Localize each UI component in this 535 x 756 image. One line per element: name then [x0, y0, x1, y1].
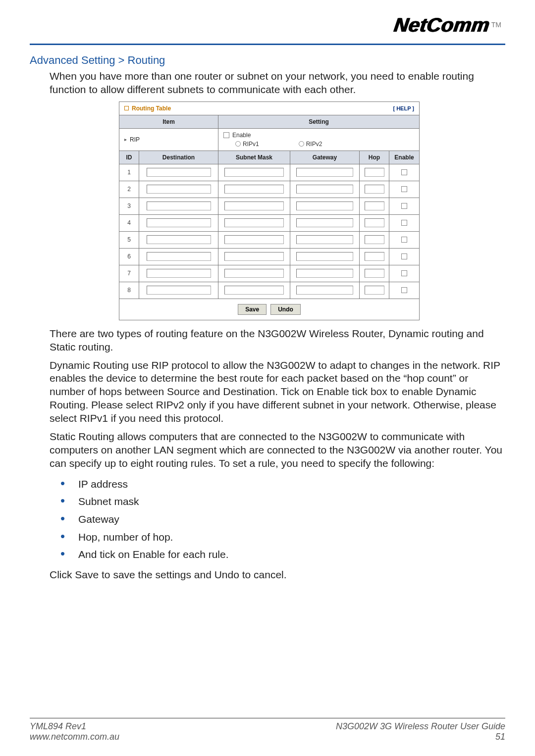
- table-row: 5: [119, 232, 419, 249]
- col-id: ID: [119, 151, 139, 164]
- col-hop: Hop: [360, 151, 389, 164]
- ripv1-radio[interactable]: [235, 141, 241, 147]
- table-row: 2: [119, 181, 419, 198]
- row-enable-checkbox[interactable]: [401, 220, 407, 226]
- subnet-mask-input[interactable]: [224, 185, 284, 194]
- section-title: Advanced Setting > Routing: [30, 54, 505, 67]
- gateway-input[interactable]: [296, 235, 353, 244]
- hop-input[interactable]: [365, 252, 384, 261]
- row-enable-checkbox[interactable]: [401, 186, 407, 192]
- row-enable-checkbox[interactable]: [401, 287, 407, 293]
- table-row: 1: [119, 164, 419, 181]
- rip-label: RIP: [130, 136, 140, 143]
- gateway-input[interactable]: [296, 168, 353, 177]
- footer-page: 51: [336, 732, 505, 742]
- col-gw: Gateway: [290, 151, 360, 164]
- col-en: Enable: [389, 151, 419, 164]
- footer: YML894 Rev1 www.netcomm.com.au N3G002W 3…: [30, 718, 505, 742]
- gateway-input[interactable]: [296, 269, 353, 278]
- row-id: 3: [119, 198, 139, 214]
- row-id: 2: [119, 181, 139, 198]
- para-static: Static Routing allows computers that are…: [50, 430, 505, 470]
- row-enable-checkbox[interactable]: [401, 270, 407, 276]
- undo-button[interactable]: Undo: [270, 304, 301, 315]
- routing-table-panel: Routing Table [ HELP ] Item Setting ▸ RI…: [119, 101, 420, 320]
- row-id: 8: [119, 282, 139, 299]
- rip-enable-label: Enable: [232, 132, 251, 139]
- rip-marker-icon: ▸: [124, 137, 127, 142]
- brand-logo: NetComm TM: [30, 10, 505, 40]
- destination-input[interactable]: [147, 218, 211, 227]
- gateway-input[interactable]: [296, 286, 353, 295]
- col-dest: Destination: [139, 151, 218, 164]
- destination-input[interactable]: [147, 202, 211, 210]
- subnet-mask-input[interactable]: [224, 269, 284, 278]
- table-row: 7: [119, 265, 419, 282]
- header-rule: [30, 44, 505, 45]
- para-two-types: There are two types of routing feature o…: [50, 327, 505, 354]
- row-enable-checkbox[interactable]: [401, 237, 407, 243]
- footer-url: www.netcomm.com.au: [30, 732, 119, 742]
- row-enable-checkbox[interactable]: [401, 169, 407, 175]
- destination-input[interactable]: [147, 235, 211, 244]
- row-id: 4: [119, 215, 139, 231]
- rip-enable-checkbox[interactable]: [223, 132, 229, 138]
- list-item: IP address: [60, 475, 505, 493]
- destination-input[interactable]: [147, 286, 211, 295]
- destination-input[interactable]: [147, 252, 211, 261]
- destination-input[interactable]: [147, 168, 211, 177]
- ripv2-radio[interactable]: [299, 141, 304, 147]
- destination-input[interactable]: [147, 185, 211, 194]
- row-id: 7: [119, 265, 139, 282]
- subnet-mask-input[interactable]: [224, 252, 284, 261]
- destination-input[interactable]: [147, 269, 211, 278]
- gateway-input[interactable]: [296, 185, 353, 194]
- brand-logo-text: NetComm: [392, 14, 491, 36]
- save-button[interactable]: Save: [238, 304, 267, 315]
- list-item: Gateway: [60, 510, 505, 528]
- row-id: 1: [119, 164, 139, 181]
- ripv1-label: RIPv1: [243, 141, 259, 148]
- hop-input[interactable]: [365, 286, 384, 295]
- footer-guide: N3G002W 3G Wireless Router User Guide: [336, 721, 505, 732]
- column-header-setting: Setting: [218, 115, 419, 128]
- gateway-input[interactable]: [296, 218, 353, 227]
- para-dynamic: Dynamic Routing use RIP protocol to allo…: [50, 359, 505, 425]
- hop-input[interactable]: [365, 202, 384, 210]
- row-id: 6: [119, 249, 139, 265]
- table-row: 4: [119, 215, 419, 232]
- footer-rev: YML894 Rev1: [30, 721, 119, 732]
- list-item: And tick on Enable for each rule.: [60, 546, 505, 563]
- table-row: 8: [119, 282, 419, 299]
- row-id: 5: [119, 232, 139, 248]
- ripv2-label: RIPv2: [306, 141, 322, 148]
- subnet-mask-input[interactable]: [224, 235, 284, 244]
- row-enable-checkbox[interactable]: [401, 253, 407, 259]
- panel-title: Routing Table: [132, 105, 171, 112]
- subnet-mask-input[interactable]: [224, 218, 284, 227]
- gateway-input[interactable]: [296, 252, 353, 261]
- col-mask: Subnet Mask: [218, 151, 290, 164]
- hop-input[interactable]: [365, 185, 384, 194]
- panel-icon: [124, 106, 129, 110]
- subnet-mask-input[interactable]: [224, 202, 284, 210]
- row-enable-checkbox[interactable]: [401, 203, 407, 209]
- table-row: 3: [119, 198, 419, 215]
- hop-input[interactable]: [365, 269, 384, 278]
- hop-input[interactable]: [365, 235, 384, 244]
- subnet-mask-input[interactable]: [224, 286, 284, 295]
- help-link[interactable]: [ HELP ]: [393, 105, 414, 111]
- list-item: Subnet mask: [60, 493, 505, 510]
- gateway-input[interactable]: [296, 202, 353, 210]
- table-row: 6: [119, 249, 419, 265]
- subnet-mask-input[interactable]: [224, 168, 284, 177]
- list-item: Hop, number of hop.: [60, 528, 505, 546]
- intro-paragraph: When you have more than one router or su…: [50, 70, 505, 97]
- trademark-symbol: TM: [491, 21, 501, 29]
- para-save-hint: Click Save to save the settings and Undo…: [50, 568, 505, 582]
- hop-input[interactable]: [365, 168, 384, 177]
- column-header-item: Item: [119, 115, 218, 128]
- hop-input[interactable]: [365, 218, 384, 227]
